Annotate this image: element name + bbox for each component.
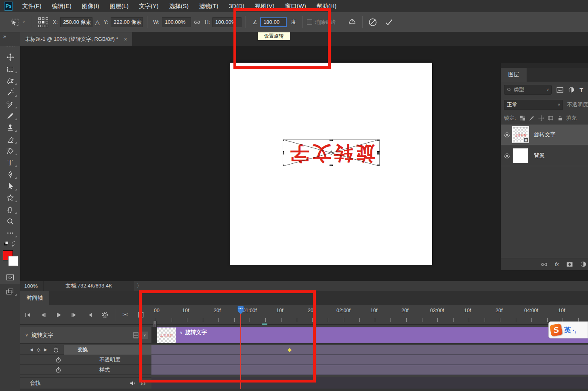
split-clip-scissors-icon[interactable]: ✂ bbox=[118, 309, 133, 321]
clone-stamp-tool[interactable] bbox=[0, 122, 20, 133]
lock-position-icon[interactable] bbox=[538, 115, 544, 121]
type-tool[interactable]: T bbox=[0, 157, 20, 169]
eraser-tool[interactable] bbox=[0, 133, 20, 145]
menu-image[interactable]: 图像(I) bbox=[77, 0, 105, 12]
menu-filter[interactable]: 滤镜(T) bbox=[194, 0, 224, 12]
menu-3d[interactable]: 3D(D) bbox=[223, 0, 250, 12]
transition-icon[interactable] bbox=[133, 309, 148, 321]
keyframe-diamond[interactable]: ◆ bbox=[285, 345, 294, 354]
filter-type-icon[interactable]: T bbox=[580, 87, 583, 93]
playhead-line[interactable] bbox=[240, 314, 241, 389]
marquee-tool[interactable] bbox=[0, 63, 20, 75]
ime-language-indicator[interactable]: 英 bbox=[564, 325, 571, 335]
menu-view[interactable]: 视图(V) bbox=[250, 0, 279, 12]
status-expand-icon[interactable]: 〉 bbox=[134, 282, 145, 290]
quick-selection-tool[interactable] bbox=[0, 87, 20, 98]
opacity-track[interactable] bbox=[151, 355, 588, 365]
stopwatch-icon[interactable] bbox=[53, 347, 59, 353]
paint-bucket-tool[interactable] bbox=[0, 145, 20, 157]
menu-type[interactable]: 文字(Y) bbox=[134, 0, 164, 12]
layer-row-rotated-text[interactable]: 旋转文字 ▣ 旋转文字 bbox=[501, 125, 588, 145]
width-input[interactable]: 100.00% bbox=[162, 17, 191, 27]
layer-thumbnail[interactable]: 旋转文字 ▣ bbox=[513, 127, 528, 142]
quick-mask-icon[interactable] bbox=[0, 271, 20, 283]
link-layers-icon[interactable] bbox=[541, 262, 548, 267]
zoom-tool[interactable] bbox=[0, 216, 20, 227]
menu-file[interactable]: 文件(F) bbox=[17, 0, 47, 12]
height-input[interactable]: 100.00% bbox=[212, 17, 242, 27]
filter-image-icon[interactable] bbox=[556, 87, 563, 93]
move-tool[interactable] bbox=[0, 51, 20, 63]
lock-all-icon[interactable] bbox=[557, 115, 563, 121]
property-row-style[interactable]: 样式 bbox=[20, 365, 151, 375]
photoshop-logo[interactable]: Ps bbox=[4, 2, 13, 11]
adjustment-layer-icon[interactable] bbox=[580, 261, 586, 267]
style-track[interactable] bbox=[151, 365, 588, 375]
track-filmstrip-icon[interactable] bbox=[133, 332, 139, 338]
layer-thumbnail[interactable] bbox=[513, 148, 528, 163]
next-frame-icon[interactable] bbox=[66, 309, 82, 321]
play-icon[interactable] bbox=[51, 309, 66, 321]
edit-toolbar-ellipsis-icon[interactable] bbox=[0, 227, 20, 239]
swap-colors-icon[interactable] bbox=[0, 239, 20, 248]
stopwatch-icon[interactable] bbox=[55, 367, 61, 373]
path-selection-tool[interactable] bbox=[0, 180, 20, 192]
property-row-transform[interactable]: ◀ ◇ ▶ 变换 bbox=[20, 345, 151, 355]
tab-layers[interactable]: 图层 bbox=[501, 68, 527, 82]
music-notes-icon[interactable]: ♪♪ bbox=[140, 380, 146, 387]
custom-shape-tool[interactable] bbox=[0, 192, 20, 204]
previous-keyframe-icon[interactable]: ◀ bbox=[30, 347, 33, 352]
track-options-chevron-icon[interactable]: ∨ bbox=[141, 332, 148, 339]
y-position-input[interactable]: 222.00 像素 bbox=[111, 17, 143, 27]
filter-adjustment-icon[interactable] bbox=[568, 87, 575, 93]
sogou-logo-icon[interactable]: S bbox=[550, 323, 563, 336]
layer-mask-icon[interactable] bbox=[566, 262, 573, 267]
chevron-down-icon[interactable]: ∨ bbox=[25, 332, 28, 338]
ime-punctuation-indicator[interactable]: ·, bbox=[573, 327, 576, 334]
background-color-swatch[interactable] bbox=[8, 256, 18, 266]
blend-mode-select[interactable]: 正常 ˅ bbox=[504, 100, 563, 110]
link-dimensions-icon[interactable] bbox=[191, 16, 203, 28]
cancel-transform-icon[interactable] bbox=[367, 16, 379, 28]
menu-layer[interactable]: 图层(L) bbox=[105, 0, 134, 12]
ime-toolbar[interactable]: S 英 ·, bbox=[548, 321, 588, 338]
lock-artboard-icon[interactable] bbox=[548, 115, 554, 121]
tab-timeline[interactable]: 时间轴 bbox=[20, 291, 49, 305]
menu-window[interactable]: 窗口(W) bbox=[280, 0, 311, 12]
relative-position-icon[interactable]: △ bbox=[95, 19, 100, 26]
document-tab[interactable]: 未标题-1 @ 100% (旋转文字, RGB/8#) * × bbox=[20, 32, 132, 46]
screen-mode-icon[interactable] bbox=[0, 285, 20, 297]
reference-point-locator[interactable] bbox=[38, 17, 48, 27]
layer-style-fx-icon[interactable]: fx bbox=[555, 261, 559, 267]
speaker-icon[interactable] bbox=[130, 380, 136, 386]
menu-help[interactable]: 帮助(H) bbox=[311, 0, 342, 12]
document-canvas[interactable]: 旋转文字 bbox=[230, 63, 432, 265]
timeline-ruler[interactable]: 00 10f 20f 01:00f 10f 20f 02:00f 10f 20f… bbox=[151, 305, 588, 325]
property-row-opacity[interactable]: 不透明度 bbox=[20, 355, 151, 365]
warp-mode-icon[interactable] bbox=[346, 16, 358, 28]
tool-preset-chevron-icon[interactable]: ˅ bbox=[23, 20, 25, 24]
layer-name[interactable]: 背景 bbox=[534, 152, 545, 159]
video-track-header[interactable]: ∨ 旋转文字 ∨ bbox=[20, 327, 151, 344]
lasso-tool[interactable] bbox=[0, 75, 20, 87]
brush-tool[interactable] bbox=[0, 110, 20, 122]
timeline-clip[interactable]: 旋转文字 ∨ 旋转文字 bbox=[157, 327, 588, 343]
hand-tool[interactable] bbox=[0, 204, 20, 216]
x-position-input[interactable]: 250.00 像素 bbox=[60, 17, 92, 27]
next-keyframe-icon[interactable]: ▶ bbox=[44, 347, 47, 352]
zoom-level-field[interactable]: 100% bbox=[20, 281, 44, 291]
lock-pixels-icon[interactable] bbox=[529, 115, 535, 121]
add-keyframe-icon[interactable]: ◇ bbox=[37, 347, 40, 353]
foreground-background-swatches[interactable] bbox=[0, 249, 20, 268]
timeline-settings-gear-icon[interactable] bbox=[97, 309, 112, 321]
lock-transparency-icon[interactable] bbox=[520, 115, 525, 121]
antialias-checkbox[interactable] bbox=[307, 19, 312, 25]
visibility-eye-icon[interactable] bbox=[501, 132, 513, 137]
audio-track-header[interactable]: 音轨 ♪♪ bbox=[20, 377, 151, 389]
menu-select[interactable]: 选择(S) bbox=[164, 0, 194, 12]
mute-audio-icon[interactable] bbox=[82, 309, 97, 321]
eyedropper-tool[interactable] bbox=[0, 98, 20, 110]
go-first-frame-icon[interactable] bbox=[20, 309, 36, 321]
collapse-panels-icon[interactable]: » bbox=[0, 32, 20, 46]
pen-tool[interactable] bbox=[0, 169, 20, 180]
